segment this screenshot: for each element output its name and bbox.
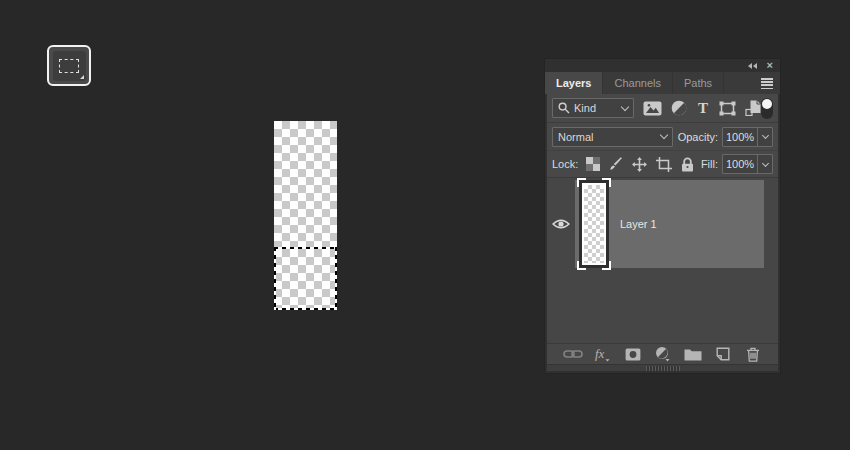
layers-list: Layer 1 [547, 178, 778, 343]
marquee-selection [274, 247, 337, 310]
fill-input[interactable]: 100% [722, 154, 773, 174]
rectangular-marquee-icon [59, 59, 79, 73]
thumbnail-bracket-icon [602, 261, 611, 270]
filter-kind-dropdown[interactable]: Kind [552, 98, 634, 118]
photoshop-workspace: × Layers Channels Paths Kind [0, 0, 850, 450]
lock-transparent-pixels-icon[interactable] [586, 155, 600, 173]
lock-label: Lock: [552, 158, 578, 170]
layer-style-icon[interactable]: fx [593, 346, 613, 362]
panel-resize-grip[interactable] [646, 366, 680, 371]
filter-row: Kind [547, 94, 778, 123]
type-layer-filter-icon[interactable]: T [696, 99, 710, 117]
layers-panel: × Layers Channels Paths Kind [544, 58, 781, 374]
selection-edge-right [335, 247, 337, 310]
chevron-down-icon [621, 102, 629, 110]
layer-thumbnail[interactable] [577, 180, 611, 268]
collapse-panels-icon[interactable] [748, 63, 757, 69]
tab-paths[interactable]: Paths [672, 72, 724, 94]
fill-value: 100% [723, 155, 757, 173]
opacity-input[interactable]: 100% [722, 127, 773, 147]
search-icon [558, 102, 570, 114]
filter-kind-label: Kind [574, 102, 596, 114]
new-adjustment-layer-icon[interactable] [653, 346, 673, 362]
link-layers-icon[interactable] [563, 346, 583, 362]
opacity-label: Opacity: [678, 131, 718, 143]
filter-type-buttons: T [643, 99, 761, 117]
layer-filtering-toggle[interactable] [761, 98, 773, 119]
panel-titlebar: × [545, 59, 780, 72]
shape-layer-filter-icon[interactable] [719, 99, 736, 117]
opacity-dropdown-button[interactable] [757, 128, 772, 146]
new-group-icon[interactable] [683, 346, 703, 362]
toggle-knob [762, 99, 772, 109]
add-layer-mask-icon[interactable] [623, 346, 643, 362]
layer-thumbnail-checkerboard [582, 183, 606, 265]
layers-panel-body: Kind [547, 94, 778, 371]
svg-text:T: T [698, 100, 708, 116]
new-layer-icon[interactable] [713, 346, 733, 362]
close-icon[interactable]: × [767, 61, 773, 70]
adjustment-layer-filter-icon[interactable] [671, 99, 687, 117]
thumbnail-bracket-icon [577, 178, 586, 187]
lock-artboard-icon[interactable] [656, 155, 672, 173]
delete-layer-icon[interactable] [743, 346, 763, 362]
blend-mode-value: Normal [558, 131, 593, 143]
selection-edge-left [274, 247, 276, 310]
blend-row: Normal Opacity: 100% [547, 123, 778, 151]
lock-all-icon[interactable] [681, 155, 694, 173]
panel-tabbar: Layers Channels Paths [545, 72, 780, 94]
lock-buttons [586, 155, 694, 173]
document-canvas[interactable] [274, 121, 337, 310]
smart-object-filter-icon[interactable] [745, 99, 761, 117]
chevron-down-icon [660, 131, 668, 139]
fill-label: Fill: [701, 158, 718, 170]
panel-menu-icon[interactable] [761, 78, 773, 89]
eye-icon [552, 218, 570, 230]
lock-row: Lock: [547, 151, 778, 178]
svg-text:fx: fx [595, 346, 605, 361]
tab-channels[interactable]: Channels [602, 72, 671, 94]
layer-row-main[interactable]: Layer 1 [575, 180, 764, 268]
rectangular-marquee-tool-button[interactable] [47, 45, 91, 86]
thumbnail-bracket-icon [577, 261, 586, 270]
thumbnail-bracket-icon [602, 178, 611, 187]
pixel-layer-filter-icon[interactable] [643, 99, 662, 117]
panel-resize-strip [547, 364, 778, 371]
lock-image-pixels-icon[interactable] [609, 155, 623, 173]
tab-layers[interactable]: Layers [545, 72, 602, 94]
fill-dropdown-button[interactable] [757, 155, 772, 173]
layer-visibility-toggle[interactable] [547, 180, 575, 268]
layer-name[interactable]: Layer 1 [620, 218, 657, 230]
selection-edge-top [274, 247, 337, 249]
layer-row[interactable]: Layer 1 [547, 180, 778, 268]
opacity-value: 100% [723, 128, 757, 146]
blend-mode-dropdown[interactable]: Normal [552, 127, 673, 147]
lock-position-icon[interactable] [632, 155, 647, 173]
tool-flyout-corner-icon [80, 75, 84, 79]
layers-panel-footer: fx [547, 343, 778, 364]
tool-button-face [53, 51, 86, 81]
selection-edge-bottom [274, 308, 337, 310]
